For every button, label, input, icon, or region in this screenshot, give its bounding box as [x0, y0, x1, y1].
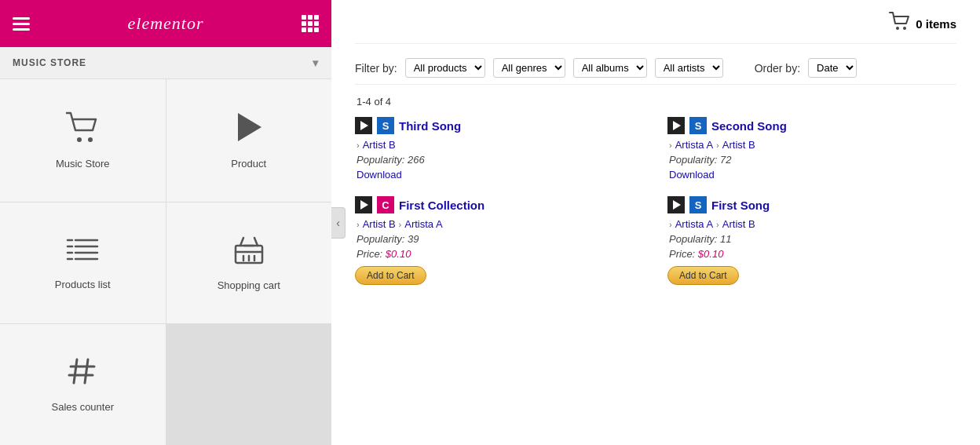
product-title-row-collection: C First Collection: [355, 196, 644, 213]
artist-arrow-icon: ›: [669, 220, 672, 229]
artist-link-b[interactable]: Artist B: [363, 139, 396, 151]
badge-first-collection: C: [377, 196, 394, 213]
download-link-second-song[interactable]: Download: [667, 169, 956, 181]
widget-products-list[interactable]: Products list: [0, 202, 166, 323]
svg-point-1: [88, 137, 93, 142]
artist-link-artist-b-coll[interactable]: Artist B: [363, 218, 396, 230]
top-bar: 0 items: [355, 0, 956, 44]
svg-line-18: [85, 359, 88, 383]
badge-second-song: S: [689, 117, 707, 134]
basket-icon: [232, 235, 265, 272]
artist-row-first-song: › Artista A › Artist B: [667, 218, 956, 230]
artist-arrow-icon: ›: [669, 140, 672, 150]
product-title-row-first-song: S First Song: [667, 196, 956, 213]
widget-music-store[interactable]: Music Store: [0, 79, 166, 202]
artist-row-third-song: › Artist B: [355, 139, 644, 151]
artist-arrow-icon-2: ›: [399, 220, 402, 229]
play-icon: [235, 111, 263, 150]
order-by-label: Order by:: [755, 62, 800, 75]
play-triangle-icon: [673, 121, 681, 130]
play-triangle-icon: [673, 200, 681, 210]
hamburger-icon[interactable]: [13, 17, 30, 31]
artist-arrow-icon-2: ›: [716, 220, 719, 229]
cart-icon: [889, 12, 911, 35]
product-title-first-song[interactable]: First Song: [711, 199, 770, 212]
widget-label-sales-counter: Sales counter: [52, 401, 115, 413]
play-triangle-icon: [360, 121, 368, 130]
cart-icon: [65, 111, 100, 150]
artist-arrow-icon-2: ›: [716, 140, 719, 150]
hash-icon: [68, 356, 97, 393]
artist-link-artist-b[interactable]: Artist B: [722, 139, 755, 151]
artist-row-second-song: › Artista A › Artist B: [667, 139, 956, 151]
price-value-first-song: $0.10: [698, 248, 724, 260]
price-value-first-collection: $0.10: [386, 248, 411, 260]
product-card-second-song: S Second Song › Artista A › Artist B Pop…: [667, 117, 956, 181]
download-link-third-song[interactable]: Download: [355, 169, 644, 181]
cart-items-label: 0 items: [916, 17, 956, 31]
product-title-first-collection[interactable]: First Collection: [399, 199, 485, 212]
artist-link-artista-a[interactable]: Artista A: [675, 139, 713, 151]
filter-by-label: Filter by:: [355, 62, 397, 75]
svg-point-21: [896, 27, 899, 30]
artist-link-artista-a-fs[interactable]: Artista A: [675, 218, 713, 230]
main-content: 0 items Filter by: All products All genr…: [331, 0, 980, 445]
add-to-cart-button-first-collection[interactable]: Add to Cart: [355, 266, 426, 285]
play-button-first-collection[interactable]: [355, 196, 372, 213]
sidebar: elementor MUSIC STORE ▾ Music Store: [0, 0, 331, 445]
filter-all-artists[interactable]: All artists: [655, 58, 723, 78]
product-meta-third-song: Popularity: 266: [355, 154, 644, 166]
svg-marker-2: [238, 113, 261, 141]
product-meta-second-song: Popularity: 72: [667, 154, 956, 166]
badge-first-song: S: [689, 196, 707, 213]
play-button-third-song[interactable]: [355, 117, 372, 134]
sidebar-logo: elementor: [128, 13, 204, 34]
price-row-first-collection: Price: $0.10: [355, 248, 644, 260]
order-by-select[interactable]: Date: [808, 58, 857, 78]
add-to-cart-button-first-song[interactable]: Add to Cart: [667, 266, 739, 285]
play-triangle-icon: [360, 200, 368, 210]
artist-link-artist-b-fs[interactable]: Artist B: [722, 218, 755, 230]
product-card-first-song: S First Song › Artista A › Artist B Popu…: [667, 196, 956, 285]
section-label: MUSIC STORE ▾: [0, 47, 331, 79]
artist-link-artista-a-coll[interactable]: Artista A: [404, 218, 442, 230]
widget-label-product: Product: [231, 158, 266, 170]
grid-icon[interactable]: [302, 15, 319, 32]
product-title-row: S Third Song: [355, 117, 644, 134]
section-label-text: MUSIC STORE: [13, 57, 86, 68]
widget-sales-counter[interactable]: Sales counter: [0, 324, 166, 445]
widget-label-music-store: Music Store: [56, 158, 110, 170]
product-meta-first-collection: Popularity: 39: [355, 233, 644, 245]
filter-bar: Filter by: All products All genres All a…: [355, 52, 956, 85]
play-button-first-song[interactable]: [667, 196, 685, 213]
widget-label-shopping-cart: Shopping cart: [218, 279, 280, 291]
list-icon: [66, 235, 99, 271]
product-meta-first-song: Popularity: 11: [667, 233, 956, 245]
results-count: 1-4 of 4: [355, 96, 956, 108]
product-title-row-second: S Second Song: [667, 117, 956, 134]
filter-all-genres[interactable]: All genres: [493, 58, 565, 78]
widget-grid: Music Store Product: [0, 79, 331, 445]
widget-product[interactable]: Product: [166, 79, 332, 202]
chevron-down-icon: ▾: [313, 57, 319, 69]
artist-arrow-icon: ›: [357, 220, 360, 229]
filter-all-products[interactable]: All products: [405, 58, 485, 78]
badge-third-song: S: [377, 117, 394, 134]
artist-arrow-icon: ›: [357, 140, 360, 150]
svg-point-22: [903, 27, 906, 30]
artist-row-first-collection: › Artist B › Artista A: [355, 218, 644, 230]
cart-area: 0 items: [889, 12, 956, 35]
product-title-second-song[interactable]: Second Song: [711, 119, 787, 133]
sidebar-header: elementor: [0, 0, 331, 47]
collapse-sidebar-button[interactable]: ‹: [331, 207, 346, 239]
product-card-third-song: S Third Song › Artist B Popularity: 266 …: [355, 117, 644, 181]
svg-line-17: [74, 359, 77, 383]
play-button-second-song[interactable]: [667, 117, 685, 134]
widget-label-products-list: Products list: [55, 279, 111, 290]
product-title-third-song[interactable]: Third Song: [399, 119, 461, 133]
filter-all-albums[interactable]: All albums: [573, 58, 647, 78]
price-row-first-song: Price: $0.10: [667, 248, 956, 260]
svg-point-0: [77, 137, 82, 142]
widget-shopping-cart[interactable]: Shopping cart: [166, 202, 332, 323]
products-grid: S Third Song › Artist B Popularity: 266 …: [355, 117, 956, 285]
